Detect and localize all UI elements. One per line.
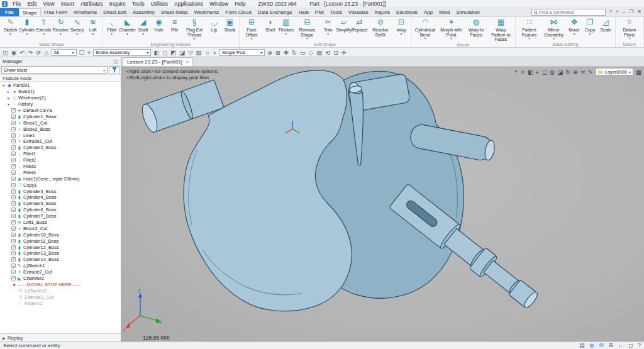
dropdown-arrow-icon[interactable]: ▾: [306, 37, 308, 41]
dropdown-arrow-icon[interactable]: ▾: [628, 37, 630, 41]
ribbon-fillet-button[interactable]: ◟Fillet▾: [104, 18, 119, 36]
collapse-icon[interactable]: ▾: [6, 102, 11, 106]
status-help-icon[interactable]: ?: [638, 342, 641, 349]
ribbon-rib-button[interactable]: ≡Rib: [167, 18, 182, 33]
tab-sheet-metal[interactable]: Sheet Metal: [158, 8, 191, 16]
tab-heal[interactable]: Heal: [295, 8, 311, 16]
feature-checkbox[interactable]: ✓: [11, 152, 16, 156]
expand-icon[interactable]: ▸: [6, 96, 11, 100]
tab-weldments[interactable]: Weldments: [191, 8, 222, 16]
feature-checkbox[interactable]: ✓: [11, 133, 16, 138]
ribbon-draft-button[interactable]: ◢Draft▾: [135, 18, 151, 36]
app-logo-icon[interactable]: Z: [2, 1, 8, 7]
tree-item-extrude2-cut[interactable]: ✓⇧Extrude2_Cut: [0, 269, 121, 275]
dropdown-arrow-icon[interactable]: ▾: [251, 37, 253, 41]
menu-utilities[interactable]: Utilities: [148, 0, 171, 8]
ribbon-shell-button[interactable]: ◖Shell: [262, 18, 278, 33]
tab-shape[interactable]: Shape: [19, 8, 41, 16]
undo-icon[interactable]: ↶: [19, 48, 25, 57]
feature-checkbox[interactable]: ✓: [11, 201, 16, 206]
feature-checkbox[interactable]: ✓: [11, 108, 16, 113]
section-view-icon[interactable]: ◪: [179, 48, 186, 57]
feature-checkbox[interactable]: ✓: [11, 214, 16, 218]
tab-wireframe[interactable]: Wireframe: [70, 8, 100, 16]
shade-toggle-icon[interactable]: ◐: [536, 69, 540, 75]
ribbon-wrap-pattern-to-faces-button[interactable]: ▦Wrap Pattern to Faces: [487, 18, 514, 42]
cloud-icon[interactable]: ◍: [589, 342, 594, 349]
feature-checkbox[interactable]: ✓: [11, 121, 16, 125]
clip-plane-icon[interactable]: ◪: [557, 69, 563, 75]
tree-item-history[interactable]: ▾◔History: [0, 101, 121, 108]
redo-icon[interactable]: ↷: [27, 48, 33, 57]
tree-filter-combo[interactable]: Show Most ▾: [1, 66, 108, 74]
replay-expander-icon[interactable]: ▶: [3, 336, 6, 340]
ribbon-extrude-button[interactable]: ⇧Extrude▾: [36, 18, 52, 36]
menu-view[interactable]: View: [40, 0, 57, 8]
view-mode-icon[interactable]: ◧: [528, 69, 533, 75]
tree-item-cylinder12-boss[interactable]: ✓▮Cylinder12_Boss: [0, 244, 121, 250]
dropdown-arrow-icon[interactable]: ▾: [285, 33, 287, 36]
feature-checkbox[interactable]: ✓: [11, 127, 16, 131]
named-views-icon[interactable]: ▤: [316, 48, 323, 57]
selection-tools-icon[interactable]: ✛: [520, 69, 525, 75]
tree-item-fillet3[interactable]: ✓◟Fillet3: [0, 163, 121, 170]
minimize-icon[interactable]: –: [623, 8, 625, 16]
collapse-ribbon-icon[interactable]: ˄: [616, 8, 619, 16]
viewport[interactable]: <right-click> for context-sensitive opti…: [121, 67, 644, 341]
front-view-icon[interactable]: ▭: [299, 48, 306, 57]
feature-checkbox[interactable]: ✓: [11, 145, 16, 150]
tab-mold[interactable]: Mold: [436, 8, 453, 16]
dropdown-arrow-icon[interactable]: ▾: [528, 37, 530, 41]
feature-checkbox[interactable]: ✓: [11, 251, 16, 255]
hidden-line-icon[interactable]: ◩: [170, 48, 177, 57]
dropdown-arrow-icon[interactable]: ▾: [574, 33, 575, 36]
feature-checkbox[interactable]: ✓: [11, 245, 16, 250]
edge-display-icon[interactable]: ◻: [542, 69, 547, 75]
background-icon[interactable]: ▨: [196, 48, 203, 57]
tab-file[interactable]: File: [0, 8, 19, 16]
ribbon-sweep-button[interactable]: ∿Sweep▾: [69, 18, 85, 36]
menu-insert[interactable]: Insert: [58, 0, 77, 8]
feature-checkbox[interactable]: ✓: [11, 276, 16, 280]
dropdown-arrow-icon[interactable]: ▾: [92, 33, 94, 36]
ribbon-cylinder-button[interactable]: ▮Cylinder▾: [18, 18, 36, 36]
expand-icon[interactable]: ▸: [6, 89, 11, 94]
annotate-icon[interactable]: ✎: [588, 69, 593, 75]
zoom-window-icon[interactable]: ⊞: [275, 48, 281, 57]
dropdown-arrow-icon[interactable]: ▾: [450, 37, 452, 41]
tab-simulation[interactable]: Simulation: [453, 8, 482, 16]
tab-point-cloud[interactable]: Point Cloud: [222, 8, 254, 16]
tree-item-cylinder3-boss[interactable]: ✓▮Cylinder3_Boss: [0, 188, 121, 194]
tab-pmi[interactable]: PMI: [312, 8, 327, 16]
tree-item-part001[interactable]: ▾◆Part001: [0, 82, 121, 89]
ribbon-resolve-selfx-button[interactable]: ⊘Resolve SelfX: [367, 18, 393, 37]
ribbon-sketch-button[interactable]: ✎Sketch▾: [3, 18, 18, 36]
replay-section[interactable]: ▶ Replay: [0, 333, 121, 341]
feedback-icon[interactable]: ▤: [579, 342, 584, 349]
ribbon-simplify-button[interactable]: ▱Simplify: [336, 18, 352, 33]
tree-item-block2-boss[interactable]: ✓▪Block2_Boss: [0, 126, 121, 132]
tab-free-form[interactable]: Free Form: [41, 8, 70, 16]
dropdown-arrow-icon[interactable]: ▾: [553, 37, 555, 41]
tree-item-fillet1[interactable]: ✓◟Fillet1: [0, 151, 121, 157]
tree-item-cylinder6-boss[interactable]: ✓▮Cylinder6_Boss: [0, 207, 121, 213]
feature-checkbox[interactable]: ✓: [11, 233, 16, 237]
tab-inquire[interactable]: Inquire: [372, 8, 393, 16]
ribbon-copy-button[interactable]: ❐Copy▾: [582, 18, 598, 36]
ribbon-remove-shape-button[interactable]: ⊟Remove Shape▾: [294, 18, 320, 41]
pick-mode-combo[interactable]: Single Pick▾: [219, 49, 265, 56]
ribbon-cylindrical-bend-button[interactable]: ◠Cylindrical Bend▾: [413, 18, 438, 41]
measure-icon[interactable]: ≍: [580, 69, 586, 75]
ribbon-trim-button[interactable]: ✂Trim▾: [320, 18, 336, 36]
ribbon-hole-button[interactable]: ◉Hole: [151, 18, 167, 33]
ribbon-datum-plane-button[interactable]: ◊Datum Plane▾: [617, 18, 642, 41]
tree-item-hole1-gene-mple-d5mm[interactable]: ✓◉Hole1(Gene...mple D5mm): [0, 175, 121, 182]
feature-checkbox[interactable]: ✓: [11, 158, 16, 162]
ribbon-move-button[interactable]: ✥Move▾: [567, 18, 582, 36]
tree-item-cylinder11-boss[interactable]: ✓▮Cylinder11_Boss: [0, 238, 121, 244]
visibility-icon[interactable]: ◉: [11, 48, 17, 57]
ribbon-revolve-button[interactable]: ↻Revolve▾: [52, 18, 69, 36]
tree-item-cylinder14-boss[interactable]: ✓▮Cylinder14_Boss: [0, 257, 121, 263]
wireframe-mode-icon[interactable]: ◻: [162, 48, 168, 57]
fullscreen-icon[interactable]: ⊡: [333, 48, 339, 57]
